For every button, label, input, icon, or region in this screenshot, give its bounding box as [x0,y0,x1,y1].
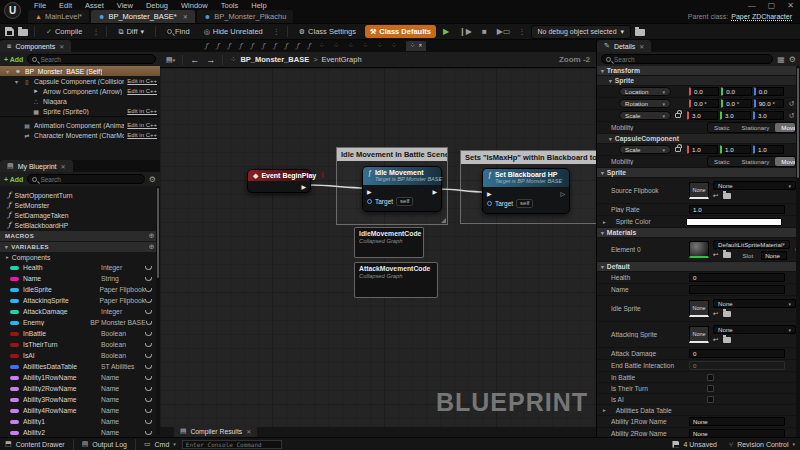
mobility-option-static[interactable]: Static [708,157,735,166]
components-panel-tab[interactable]: ⧈ Components ✕ [0,40,71,52]
hide-unrelated-options-icon[interactable]: ⋮ [272,28,281,36]
browse-icon[interactable] [723,252,731,258]
details-row-default[interactable]: ▾Default [597,262,800,272]
class-defaults-button[interactable]: ⚒Class Defaults [365,25,436,38]
variable-enemy[interactable]: EnemyBP Monster BASE [0,317,160,328]
display-filter-icon[interactable]: ▦ [777,55,785,64]
play-button[interactable]: ▶ [440,27,452,36]
details-row-sprite[interactable]: ▾Sprite [597,168,800,178]
unsaved-button[interactable]: 4 Unsaved [672,441,716,448]
attack-damage-value[interactable]: 0 [689,349,785,358]
use-selected-icon[interactable]: ↩ [713,336,718,344]
asset-thumbnail[interactable]: None [689,300,709,317]
browse-debug-icon[interactable] [635,29,645,36]
exec-out-pin[interactable]: ▷ [560,191,565,197]
mini-tab-function-7-icon[interactable]: ƒ [285,42,287,50]
node-idlemovementcode[interactable]: IdleMovementCode Collapsed Graph [354,227,424,258]
expander-icon[interactable]: ▾ [4,68,11,75]
variable-isai[interactable]: IsAIBoolean [0,350,160,361]
my-blueprint-search-input[interactable] [40,176,139,183]
scale-x-value[interactable]: 3.0 [687,111,718,120]
close-icon[interactable]: ✕ [246,428,251,435]
ability-2row-name-value[interactable]: None [689,429,785,437]
eye-closed-icon[interactable] [145,376,152,380]
eye-closed-icon[interactable] [145,409,152,413]
parent-class-value[interactable]: Paper ZDCharacter [731,13,792,20]
scale-z-value[interactable]: 3.0 [753,111,784,120]
material-dropdown[interactable]: DefaultLitSpriteMaterial▾ [713,240,790,249]
console-command-input[interactable] [186,441,278,448]
component-niagara[interactable]: ∴Niagara [0,96,160,106]
details-panel-tab[interactable]: ✎ Details ✕ [597,40,651,52]
node-attackmovementcode[interactable]: AttackMovementCode Collapsed Graph [354,262,438,298]
variable-attackdamage[interactable]: AttackDamageInteger [0,306,160,317]
eye-closed-icon[interactable] [145,398,152,402]
slot-value[interactable]: None [761,251,787,260]
mobility-option-stationary[interactable]: Stationary [735,123,775,132]
details-search[interactable] [601,54,773,64]
components-search[interactable] [27,54,156,64]
compiler-results-tab[interactable]: ▤ Compiler Results ✕ [174,425,257,437]
stop-button[interactable]: ■ [479,27,490,36]
axis-space-dropdown[interactable]: Scale▾ [619,145,671,154]
eye-closed-icon[interactable] [145,299,152,303]
tab-bp-monster-pikachu[interactable]: ☻BP_Monster_Pikachu [197,10,294,23]
component-arrow-component-arrow[interactable]: ►Arrow Component (Arrow)Edit in C++ [0,86,160,96]
edit-in-cpp-link[interactable]: Edit in C++ [127,78,157,84]
add-variable-icon[interactable]: ⊕ [149,243,155,251]
browse-icon[interactable] [723,311,731,317]
mini-tab-graph-14-icon[interactable]: ⁘ [377,42,382,50]
eye-closed-icon[interactable] [145,266,152,270]
minimize-button[interactable]: — [748,1,756,10]
tab-mainlevel[interactable]: ▲MainLevel* [28,10,89,23]
console-command-box[interactable] [182,440,282,449]
target-pin[interactable] [367,199,372,204]
hide-unrelated-button[interactable]: ◎Hide Unrelated [199,25,268,38]
close-icon[interactable]: ✕ [59,43,64,50]
ability-1row-name-value[interactable]: None [689,417,785,426]
graph-canvas[interactable]: Idle Movement In Battle Scene Sets "IsMa… [160,68,596,427]
cmd-dropdown[interactable]: ▭Cmd▾ [144,440,176,448]
revision-control-button[interactable]: ⑂Revision Control▾ [729,441,795,448]
class-settings-button[interactable]: ⚙Class Settings [294,25,361,38]
variable-ability3rowname[interactable]: Ability3RowNameName [0,394,160,405]
comment-title[interactable]: Sets "IsMaxHp" within Blackboard to "T [461,151,596,164]
eye-closed-icon[interactable] [145,420,152,424]
component-bp-monster-base-self[interactable]: ▾☻BP_Monster_BASE (Self) [0,66,160,76]
my-blueprint-search[interactable] [27,174,144,184]
target-pin[interactable] [487,201,492,206]
compile-options-icon[interactable]: ⋮ [91,28,100,36]
close-icon[interactable]: ✕ [61,163,66,170]
find-button[interactable]: Find [162,25,195,38]
rotation-x-value[interactable]: 0.0 ° [689,99,719,108]
mini-tab-function-8-icon[interactable]: ƒ [296,42,298,50]
add-component-button[interactable]: + Add [4,56,23,63]
scale-y-value[interactable]: 1.0 [720,145,751,154]
function-setdamagetaken[interactable]: ƒSetDamageTaken [0,210,160,220]
compile-button[interactable]: ✓Compile [41,25,87,38]
caret-icon[interactable]: ▾ [609,136,612,142]
edit-in-cpp-link[interactable]: Edit in C++ [127,88,157,94]
content-drawer-button[interactable]: ⬒Content Drawer [5,440,65,448]
details-row-capsulecomponent[interactable]: ▾CapsuleComponent [597,134,800,144]
close-icon[interactable]: ✕ [639,43,644,50]
close-icon[interactable]: ✕ [183,13,188,20]
variable-abilitiesdatatable[interactable]: AbilitiesDataTableST Abilities [0,361,160,372]
add-blueprint-item-button[interactable]: + Add [4,176,23,183]
close-icon[interactable]: ✕ [418,42,422,50]
lock-icon[interactable] [675,113,681,118]
caret-icon[interactable]: ▾ [601,170,604,176]
breadcrumb-graph[interactable]: EventGraph [322,55,362,64]
exec-out-pin[interactable]: ▶ [301,184,306,190]
caret-icon[interactable]: ▾ [601,230,604,236]
mini-tab-graph-15-icon[interactable]: ⁘ [391,42,396,50]
axis-space-dropdown[interactable]: Rotation▾ [619,99,671,108]
mini-tab-function-1-icon[interactable]: ƒ [216,42,218,50]
health-value[interactable]: 0 [689,273,785,282]
exec-out-pin[interactable]: ▶ [432,189,437,195]
is-ai-checkbox[interactable] [707,396,714,403]
variable-idlesprite[interactable]: IdleSpritePaper Flipbook [0,284,160,295]
exec-in-pin[interactable]: ▶ [487,191,492,197]
play-rate-value[interactable]: 1.0 [689,205,785,214]
node-idle-movement[interactable]: ƒ Idle Movement Target is BP Monster BAS… [362,166,442,212]
